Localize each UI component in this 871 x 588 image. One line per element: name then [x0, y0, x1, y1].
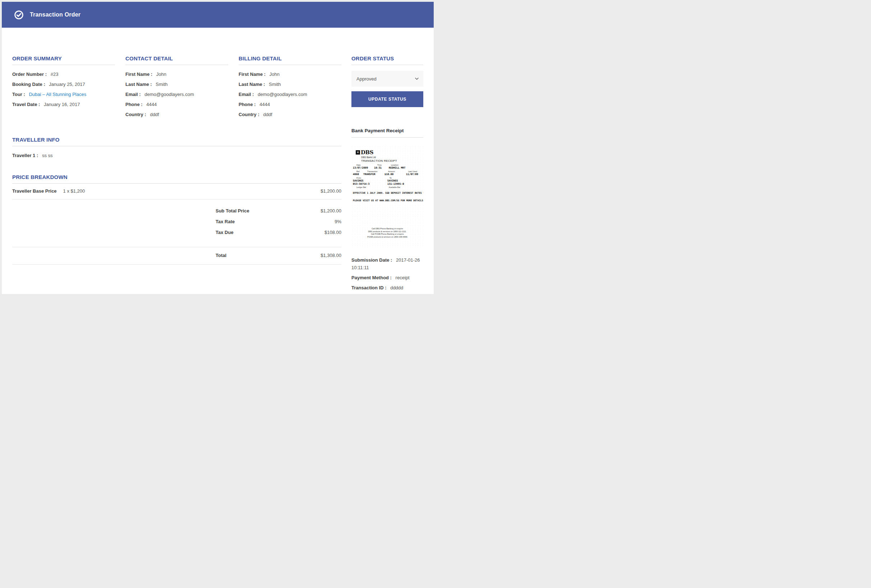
tax-rate-row: Tax Rate 9%: [12, 216, 341, 227]
tax-due-row: Tax Due $108.00: [12, 227, 341, 238]
receipt-amount: $10.00: [385, 173, 394, 176]
receipt-from-account: SAVINGS: [353, 180, 364, 182]
transaction-order-page: Transaction Order ORDER SUMMARY Order Nu…: [2, 2, 434, 294]
receipt-available-label: Available Bal: [389, 186, 400, 189]
status-select-wrap: Approved: [352, 71, 423, 87]
contact-detail-fields: First Name : John Last Name : Smith Emai…: [126, 69, 228, 120]
total-label: Total: [216, 253, 287, 258]
receipt-to-number: 131-13995-0: [388, 183, 404, 186]
field-traveller-1: Traveller 1 : ss ss: [12, 151, 341, 161]
field-tour: Tour : Dubai – All Stunning Places: [12, 90, 115, 100]
field-billing-last-name: Last Name : Smith: [239, 79, 341, 90]
line-item-amount: $1,200.00: [320, 189, 341, 194]
receipt-from-label: From: [356, 177, 361, 179]
field-booking-date: Booking Date : January 25, 2017: [12, 79, 115, 90]
traveller-info-title: TRAVELLER INFO: [12, 136, 341, 146]
receipt-time-label: Time: [377, 164, 382, 166]
contact-detail-title: CONTACT DETAIL: [126, 55, 228, 65]
detail-columns: ORDER SUMMARY Order Number : #23 Booking…: [12, 55, 341, 120]
order-summary-title: ORDER SUMMARY: [12, 55, 115, 65]
bank-payment-receipt-title: Bank Payment Receipt: [352, 128, 423, 138]
update-status-button[interactable]: UPDATE STATUS: [352, 91, 423, 107]
dbs-logo: ✕ DBS: [356, 149, 373, 156]
receipt-transaction: TRANSFER: [363, 173, 376, 176]
dbs-logo-mark-icon: ✕: [356, 150, 360, 154]
field-contact-last-name: Last Name : Smith: [126, 79, 228, 90]
field-billing-phone: Phone : 4444: [239, 100, 341, 110]
receipt-last-used: 11/07/09: [406, 173, 418, 176]
page-title: Transaction Order: [30, 12, 81, 18]
field-travel-date: Travel Date : January 16, 2017: [12, 100, 115, 110]
receipt-location: REDHILL MRT: [389, 166, 405, 169]
traveller-info-section: TRAVELLER INFO Traveller 1 : ss ss: [12, 136, 341, 161]
receipt-date-label: Date: [356, 164, 361, 166]
order-status-section: ORDER STATUS Approved UPDATE STATUS: [352, 55, 423, 107]
field-payment-method: Payment Method : receipt: [352, 274, 423, 281]
subtotal-row: Sub Total Price $1,200.00: [12, 206, 341, 216]
receipt-notice-1: EFFECTIVE 1 JULY 2009. SGD DEPOSIT INTER…: [353, 192, 410, 195]
order-status-title: ORDER STATUS: [352, 55, 423, 65]
billing-detail-title: BILLING DETAIL: [239, 55, 341, 65]
page-header-bar: Transaction Order: [2, 2, 434, 28]
check-circle-icon: [14, 10, 24, 20]
receipt-ref: 4060: [353, 173, 359, 176]
line-item-detail: 1 x $1,200: [63, 189, 85, 194]
field-contact-phone: Phone : 4444: [126, 100, 228, 110]
receipt-amount-label: Amount: [388, 171, 395, 172]
receipt-transaction-label: Transaction: [367, 171, 378, 172]
bank-receipt-image: ✕ DBS DBS Bank Ltd TRANSACTION RECEIPT D…: [352, 145, 423, 248]
field-billing-first-name: First Name : John: [239, 69, 341, 79]
receipt-ref-label: Ref.: [356, 171, 360, 172]
tour-link[interactable]: Dubai – All Stunning Places: [29, 92, 86, 97]
total-row: Total $1,308.00: [12, 247, 341, 265]
price-breakdown-title: PRICE BREAKDOWN: [12, 174, 341, 184]
receipt-meta: Submission Date : 2017-01-26 10:11:11 Pa…: [352, 256, 423, 292]
billing-detail-section: BILLING DETAIL First Name : John Last Na…: [239, 55, 341, 120]
field-submission-date: Submission Date : 2017-01-26 10:11:11: [352, 256, 423, 271]
receipt-to-label: To: [389, 177, 392, 179]
line-item-label: Traveller Base Price: [12, 189, 57, 194]
content: ORDER SUMMARY Order Number : #23 Booking…: [2, 28, 434, 294]
main-column: ORDER SUMMARY Order Number : #23 Booking…: [12, 28, 341, 294]
total-amount: $1,308.00: [287, 253, 341, 258]
order-summary-section: ORDER SUMMARY Order Number : #23 Booking…: [12, 55, 115, 120]
sidebar: ORDER STATUS Approved UPDATE STATUS Bank…: [352, 28, 423, 294]
field-billing-email: Email : demo@goodlayers.com: [239, 90, 341, 100]
field-billing-country: Country : dddf: [239, 110, 341, 120]
receipt-bank-name: DBS Bank Ltd: [361, 156, 376, 159]
receipt-time: 18:31: [374, 166, 382, 169]
receipt-date: 13/07/2009: [353, 166, 368, 169]
price-breakdown-section: PRICE BREAKDOWN Traveller Base Price 1 x…: [12, 174, 341, 265]
contact-detail-section: CONTACT DETAIL First Name : John Last Na…: [126, 55, 228, 120]
receipt-doc-title: TRANSACTION RECEIPT: [361, 159, 397, 162]
field-transaction-id: Transaction ID : ddddd: [352, 284, 423, 292]
receipt-to-account: SAVINGS: [388, 180, 398, 182]
receipt-location-label: Location: [391, 164, 398, 166]
receipt-footer: Call DBS Phone Banking or enquire DBS pr…: [352, 227, 423, 238]
billing-detail-fields: First Name : John Last Name : Smith Emai…: [239, 69, 341, 120]
order-summary-fields: Order Number : #23 Booking Date : Januar…: [12, 69, 115, 110]
receipt-ledger-label: Ledger Bal: [356, 186, 366, 189]
field-contact-country: Country : dddf: [126, 110, 228, 120]
receipt-from-number: 053-38754-3: [353, 183, 370, 186]
traveller-info-fields: Traveller 1 : ss ss: [12, 151, 341, 161]
field-order-number: Order Number : #23: [12, 69, 115, 79]
order-status-select[interactable]: Approved: [352, 71, 423, 87]
price-summary: Sub Total Price $1,200.00 Tax Rate 9% Ta…: [12, 199, 341, 247]
receipt-notice-2: PLEASE VISIT US AT WWW.DBS.COM/SG FOR MO…: [353, 199, 410, 202]
field-contact-email: Email : demo@goodlayers.com: [126, 90, 228, 100]
field-contact-first-name: First Name : John: [126, 69, 228, 79]
price-line-item: Traveller Base Price 1 x $1,200 $1,200.0…: [12, 184, 341, 199]
receipt-last-used-label: Last Used: [408, 171, 417, 172]
